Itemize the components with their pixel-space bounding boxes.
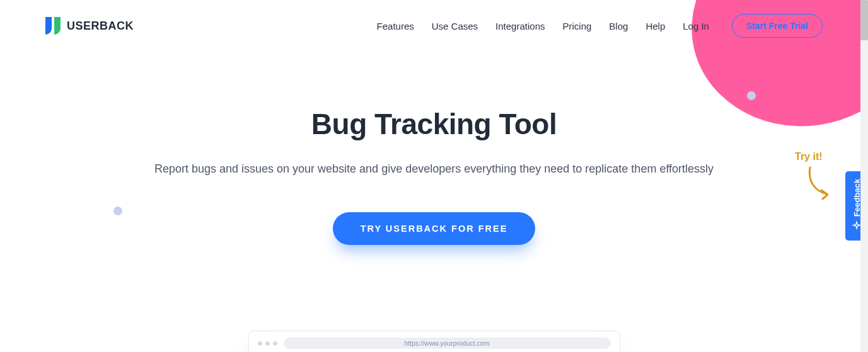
product-illustration: https://www.yourproduct.com bbox=[248, 331, 620, 352]
page-subtitle: Report bugs and issues on your website a… bbox=[0, 162, 868, 176]
try-it-label: Try it! bbox=[795, 151, 833, 162]
logo-icon bbox=[45, 17, 61, 35]
browser-chrome-bar: https://www.yourproduct.com bbox=[249, 331, 620, 352]
arrow-icon bbox=[807, 166, 833, 204]
try-it-callout: Try it! bbox=[795, 151, 833, 204]
brand-name: USERBACK bbox=[67, 20, 134, 33]
site-header: USERBACK Features Use Cases Integrations… bbox=[0, 0, 868, 38]
hero-section: Bug Tracking Tool Report bugs and issues… bbox=[0, 107, 868, 245]
browser-url-bar: https://www.yourproduct.com bbox=[284, 338, 611, 349]
vertical-scrollbar[interactable] bbox=[860, 0, 868, 352]
nav-login[interactable]: Log In bbox=[683, 21, 709, 31]
nav-integrations[interactable]: Integrations bbox=[495, 21, 545, 31]
start-free-trial-button[interactable]: Start Free Trial bbox=[732, 14, 823, 38]
primary-nav: Features Use Cases Integrations Pricing … bbox=[377, 14, 823, 38]
try-userback-free-button[interactable]: TRY USERBACK FOR FREE bbox=[333, 212, 536, 245]
scrollbar-thumb[interactable] bbox=[860, 0, 868, 40]
page-title: Bug Tracking Tool bbox=[0, 107, 868, 141]
brand-logo[interactable]: USERBACK bbox=[45, 17, 134, 35]
decorative-dot-lavender bbox=[747, 91, 756, 100]
nav-use-cases[interactable]: Use Cases bbox=[432, 21, 478, 31]
decorative-dot-pink bbox=[734, 65, 743, 74]
nav-features[interactable]: Features bbox=[377, 21, 414, 31]
nav-help[interactable]: Help bbox=[645, 21, 665, 31]
nav-pricing[interactable]: Pricing bbox=[562, 21, 591, 31]
nav-blog[interactable]: Blog bbox=[609, 21, 628, 31]
traffic-lights-icon bbox=[258, 341, 277, 346]
